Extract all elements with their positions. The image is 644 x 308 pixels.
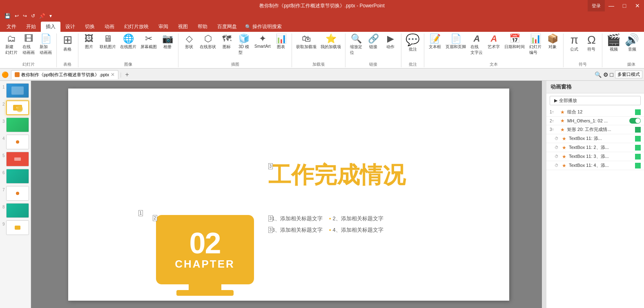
tab-review[interactable]: 审阅 (154, 22, 173, 32)
ribbon-btn-comment[interactable]: 💬 批注 (404, 33, 421, 53)
slide-thumb-8[interactable]: 8 (2, 202, 29, 219)
quick-access-toolbar: 💾 ↩ ↪ ↺ 📌 ▾ (0, 11, 644, 20)
icons-icon: 🗺 (222, 34, 231, 43)
slide-thumb-3[interactable]: 3 (2, 117, 29, 133)
ribbon-btn-3d[interactable]: 🧊 3D 模型 (236, 33, 252, 56)
maximize-button[interactable]: □ (618, 0, 631, 11)
ribbon-btn-table[interactable]: ⊞ 表格 (59, 33, 76, 53)
add-tab-button[interactable]: + (123, 71, 131, 79)
slide-thumb-9[interactable]: 9 (2, 219, 29, 236)
play-all-button[interactable]: ▶ 全部播放 (550, 96, 641, 105)
slide-title[interactable]: 工作完成情况 (268, 160, 406, 191)
ribbon-btn-link[interactable]: 🔗 链接 (365, 33, 381, 51)
slide-thumb-7[interactable]: 7 (2, 185, 29, 202)
slide-thumb-1[interactable]: 1 (2, 82, 29, 99)
search-tab-icon[interactable]: 🔍 (595, 71, 602, 78)
file-tab[interactable]: 教你制作《ppt制作工作概述章节切换》.pptx ✕ (11, 70, 118, 79)
slide-thumb-6[interactable]: 6 (2, 168, 29, 184)
settings-tab-icon[interactable]: ⚙ (603, 71, 608, 78)
tab-design[interactable]: 设计 (60, 22, 80, 32)
ribbon-btn-textbox[interactable]: 📝 文本框 (427, 33, 443, 51)
ribbon-btn-screen-record[interactable]: 🖥 屏幕录制 (642, 33, 644, 56)
anim-star-icon-3: ★ (560, 127, 565, 133)
anim-toggle-2[interactable] (629, 118, 641, 124)
ribbon-btn-datetime[interactable]: 📅 日期和时间 (503, 33, 526, 51)
online-anim-icon: 🎞 (24, 34, 33, 43)
ribbon-btn-smartart[interactable]: ✦ SmartArt (253, 33, 272, 49)
slide-num-4: 4 (2, 135, 5, 141)
ribbon-btn-online-anim[interactable]: 🎞 在线动画画 (20, 33, 37, 56)
tab-help[interactable]: 帮助 (193, 22, 212, 32)
qa-pin[interactable]: 📌 (38, 13, 47, 19)
bullet-item-1[interactable]: 3 • 1、添加相关标题文字 3 (268, 215, 323, 222)
bullet-item-3[interactable]: 3 • 3、添加相关标题文字 3 (268, 226, 323, 234)
ribbon-btn-zoom[interactable]: 🔍 缩放定位 (348, 33, 364, 56)
tab-insert[interactable]: 插入 (41, 22, 60, 32)
slide-thumb-4[interactable]: 4 (2, 134, 29, 150)
multiwindow-label[interactable]: 多窗口模式 (615, 71, 642, 78)
minimize-button[interactable]: — (605, 0, 618, 11)
anim-color-box-5 (635, 145, 641, 151)
anim-item-7[interactable]: ⏱ ★ TextBox 11: 4、添... (546, 161, 644, 170)
anim-item-5[interactable]: ⏱ ★ TextBox 11: 2、添... (546, 143, 644, 152)
slide-img-6 (6, 169, 29, 184)
ribbon-btn-new-slide[interactable]: 🗂 新建幻灯片 (3, 33, 20, 56)
close-button[interactable]: ✕ (631, 0, 644, 11)
ribbon-btn-formula[interactable]: π 公式 (566, 33, 582, 53)
tab-baidu[interactable]: 百度网盘 (212, 22, 242, 32)
tab-home[interactable]: 开始 (21, 22, 41, 32)
ribbon-btn-icons[interactable]: 🗺 图标 (218, 33, 235, 51)
tab-animations[interactable]: 动画 (100, 22, 119, 32)
slide-thumb-2[interactable]: 2 02 (2, 100, 29, 116)
online-shapes-icon: ⬡ (204, 34, 212, 43)
window-tab-icon[interactable]: □ (610, 71, 613, 78)
ribbon-btn-album[interactable]: 📷 相册 (159, 33, 176, 51)
computer-monitor-group[interactable]: 2 02 CHAPTER (156, 215, 254, 296)
ribbon-btn-online-pic[interactable]: 🖥 联机图片 (98, 33, 118, 51)
ribbon-btn-audio[interactable]: 🔊 音频 (623, 33, 641, 53)
ribbon-btn-chart[interactable]: 📊 图表 (273, 33, 289, 51)
ribbon-btn-picture[interactable]: 🖼 图片 (81, 33, 97, 51)
ribbon-btn-new-anim[interactable]: 📄 新加动画画 (38, 33, 54, 56)
anim-item-6[interactable]: ⏱ ★ TextBox 11: 3、添... (546, 152, 644, 161)
ribbon-btn-action[interactable]: ▶ 动作 (382, 33, 399, 51)
ribbon-btn-my-addins[interactable]: ⭐ 我的加载项 (319, 33, 343, 51)
anim-item-3[interactable]: 3↑ ★ 矩形 20: 工作完成情... (546, 125, 644, 134)
qa-replay[interactable]: ↺ (30, 13, 36, 19)
tab-slideshow[interactable]: 幻灯片放映 (119, 22, 154, 32)
ribbon-btn-wordart-online[interactable]: A 在线文字云 (468, 33, 485, 56)
anim-item-1[interactable]: 1↑ ★ 组合 12 (546, 108, 644, 117)
new-slide-icon: 🗂 (7, 34, 16, 43)
ribbon-btn-shapes[interactable]: ◇ 形状 (181, 33, 197, 51)
anim-item-4[interactable]: ⏱ ★ TextBox 11: 添... (546, 134, 644, 143)
qa-redo[interactable]: ↪ (22, 13, 28, 19)
anim-color-box-4 (635, 136, 641, 142)
qa-undo[interactable]: ↩ (13, 13, 20, 19)
ribbon-btn-video[interactable]: 🎬 视频 (605, 33, 622, 53)
login-button[interactable]: 登录 (588, 0, 605, 11)
ribbon-btn-wordart[interactable]: A 艺术字 (486, 33, 502, 51)
anim-item-2[interactable]: 2↑ ★ MH_Others_1: 02 ... (546, 117, 644, 125)
toggle-box-2 (629, 118, 641, 124)
tab-view[interactable]: 视图 (173, 22, 193, 32)
qa-more[interactable]: ▾ (48, 13, 53, 19)
bullet-item-4[interactable]: • 4、添加相关标题文字 (329, 226, 383, 234)
slide-thumb-5[interactable]: 5 (2, 151, 29, 167)
ribbon-btn-object[interactable]: 📦 对象 (544, 33, 561, 51)
tab-transitions[interactable]: 切换 (80, 22, 100, 32)
qa-save[interactable]: 💾 (3, 13, 12, 19)
canvas-scrollbar[interactable] (542, 81, 546, 308)
tab-close-btn[interactable]: ✕ (111, 72, 115, 78)
ribbon-btn-symbol[interactable]: Ω 符号 (583, 33, 599, 53)
ribbon-btn-online-pic2[interactable]: 🌐 在线图片 (118, 33, 138, 51)
tab-search[interactable]: 🔍 操作说明搜索 (242, 22, 285, 32)
tab-file[interactable]: 文件 (2, 22, 21, 32)
ribbon-tabs: 文件 开始 插入 设计 切换 动画 幻灯片放映 审阅 视图 帮助 百度网盘 🔍 … (0, 20, 644, 32)
slide-img-3 (6, 117, 29, 132)
ribbon-btn-screenshot[interactable]: ✂ 屏幕截图 (139, 33, 158, 51)
ribbon-btn-get-addins[interactable]: 🛍 获取加载项 (294, 33, 318, 51)
bullet-item-2[interactable]: • 2、添加相关标题文字 (329, 215, 383, 222)
ribbon-btn-online-shapes[interactable]: ⬡ 在线形状 (198, 33, 218, 51)
ribbon-btn-slide-num[interactable]: 📊 幻灯片编号 (527, 33, 544, 56)
ribbon-btn-header-footer[interactable]: 📄 页眉和页脚 (444, 33, 468, 51)
